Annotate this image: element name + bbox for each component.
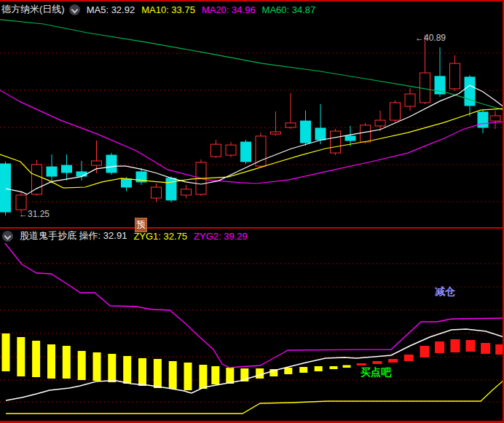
zyg2-value: ZYG2: 39.29 [194, 231, 248, 242]
candle-body [271, 132, 281, 134]
indicator-bar-yellow [123, 356, 131, 384]
candle-body [465, 77, 475, 106]
collapse-pane-icon[interactable] [69, 4, 80, 15]
candle-body [315, 128, 326, 140]
candle-body [181, 189, 192, 195]
indicator-bar-yellow [199, 365, 207, 389]
ma60-value: MA60: 34.87 [262, 4, 316, 15]
indicator-bar-yellow [2, 333, 10, 371]
candle-body [256, 136, 266, 166]
indicator-bar-red [420, 346, 430, 357]
candle-body [32, 165, 42, 194]
reduce-position-signal: 减仓 [435, 285, 455, 299]
indicator-bar-yellow [315, 366, 323, 371]
indicator-bar-yellow [93, 352, 101, 381]
candle-body [16, 195, 26, 210]
indicator-pane-header: 股道鬼手抄底 操作: 32.91 ZYG1: 32.75 ZYG2: 39.29 [0, 227, 503, 243]
candle-body [76, 172, 87, 176]
candle-body [286, 123, 296, 127]
indicator-bar-yellow [32, 341, 40, 377]
ma5-value: MA5: 32.92 [87, 4, 135, 15]
indicator-bar-yellow [47, 344, 55, 379]
alert-badge[interactable]: 预 [135, 218, 147, 232]
indicator-bar-red [451, 339, 460, 352]
candle-body [106, 155, 117, 173]
ma-line-ma10 [0, 108, 504, 188]
candle-body [62, 165, 72, 173]
indicator-bar-yellow [17, 337, 25, 376]
indicator-bar-red [357, 363, 366, 365]
candle-body [375, 120, 385, 126]
candle-body [478, 112, 488, 127]
indicator-bar-red [388, 359, 398, 363]
candle-body [122, 179, 132, 187]
candle-body [226, 145, 236, 155]
lower-band-yellow [6, 380, 504, 414]
ma20-value: MA20: 34.96 [202, 4, 256, 15]
buy-point-signal: 买点吧 [361, 366, 391, 379]
indicator-name-and-value: 股道鬼手抄底 操作: 32.91 [20, 229, 127, 242]
indicator-bar-yellow [169, 361, 177, 389]
indicator-bar-yellow [330, 366, 338, 369]
indicator-bar-yellow [211, 366, 219, 384]
candle-body [1, 164, 11, 212]
ma-line-ma20 [0, 90, 504, 183]
indicator-bar-yellow [63, 346, 71, 379]
chart-canvas[interactable] [0, 0, 504, 423]
price-pane-header: 德方纳米(日线) MA5: 32.92 MA10: 33.75 MA20: 34… [0, 1, 503, 17]
indicator-bar-yellow [343, 365, 351, 368]
candle-body [92, 161, 102, 165]
indicator-bar-yellow [154, 359, 162, 388]
stock-app-window: 德方纳米(日线) MA5: 32.92 MA10: 33.75 MA20: 34… [0, 0, 504, 423]
indicator-bar-red [373, 361, 382, 364]
indicator-bar-yellow [226, 368, 234, 384]
candle-body [361, 125, 371, 142]
candle-body [151, 187, 162, 198]
candle-body [390, 103, 401, 120]
candle-body [211, 144, 221, 157]
high-price-label: ←40.89 [415, 33, 446, 43]
indicator-bar-yellow [284, 368, 292, 374]
indicator-bar-yellow [138, 358, 146, 386]
candle-body [301, 121, 311, 143]
indicator-bar-yellow [108, 354, 116, 382]
indicator-bar-red [466, 340, 476, 352]
candle-body [490, 116, 500, 121]
collapse-indicator-icon[interactable] [2, 231, 13, 242]
indicator-bar-yellow [184, 363, 192, 390]
indicator-bar-yellow [299, 367, 307, 373]
indicator-bar-red [404, 355, 414, 361]
low-price-label: ←31.25 [19, 209, 50, 219]
candle-body [345, 136, 355, 141]
candle-body [47, 167, 57, 176]
indicator-bar-red [481, 343, 490, 354]
candle-body [331, 131, 341, 153]
indicator-bar-yellow [78, 351, 86, 380]
ma10-value: MA10: 33.75 [141, 4, 195, 15]
candle-body [241, 142, 251, 162]
candle-body [450, 63, 460, 89]
candle-body [405, 94, 415, 106]
stock-title: 德方纳米(日线) [1, 3, 65, 16]
indicator-bar-red [435, 341, 444, 353]
window-border-top [0, 0, 504, 1]
